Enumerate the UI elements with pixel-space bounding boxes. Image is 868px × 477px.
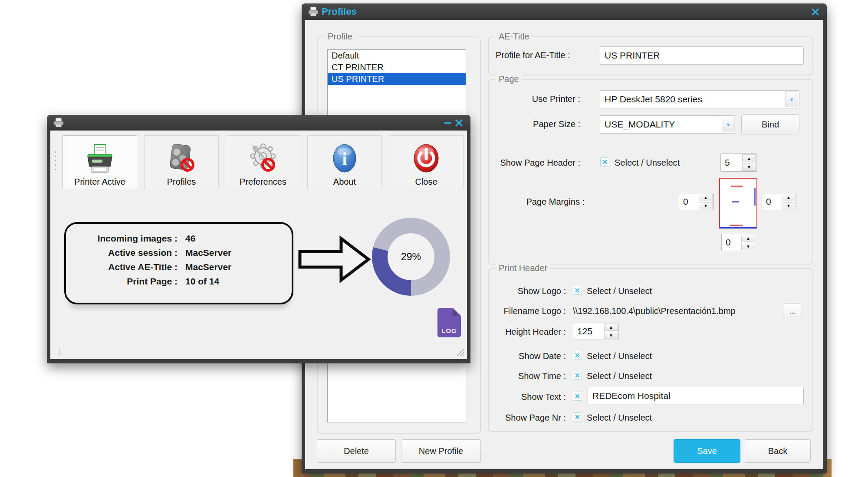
list-item[interactable]: Default: [328, 50, 466, 62]
app-printer-icon: [53, 118, 64, 128]
log-fold-corner: [453, 308, 461, 316]
show-date-checkbox-text: Select / Unselect: [587, 351, 652, 361]
browse-button[interactable]: ...: [783, 304, 802, 318]
show-time-checkbox-text: Select / Unselect: [587, 371, 652, 381]
toolbar-grip[interactable]: [55, 151, 56, 170]
statusbar-divider: [59, 348, 60, 356]
filename-logo-label: Filename Logo :: [489, 306, 566, 316]
utility-statusbar: [50, 345, 467, 359]
printer-utility-window: Printer Active: [47, 115, 470, 363]
spin-down-icon[interactable]: ▼: [742, 163, 756, 171]
info-icon: i: [327, 142, 362, 177]
status-value: MacServer: [185, 262, 292, 272]
delete-button[interactable]: Delete: [317, 439, 396, 463]
utility-content: Printer Active: [50, 131, 467, 359]
margin-left-spinner[interactable]: 0 ▲ ▼: [679, 193, 713, 210]
toolbar-label: Printer Active: [74, 177, 125, 187]
print-header-group: Print Header Show Logo : Select / Unsele…: [488, 268, 813, 432]
status-value: 10 of 14: [185, 276, 292, 287]
profile-for-ae-title-label: Profile for AE-Title :: [496, 50, 570, 60]
height-header-spinner[interactable]: 125 ▲ ▼: [573, 323, 619, 340]
spin-up-icon[interactable]: ▲: [782, 194, 796, 201]
spin-up-icon[interactable]: ▲: [604, 323, 618, 331]
status-label: Incoming images :: [66, 233, 178, 244]
show-logo-checkbox-text: Select / Unselect: [587, 286, 652, 296]
margin-right-spinner[interactable]: 0 ▲ ▼: [762, 193, 796, 210]
chevron-down-icon[interactable]: ▾: [785, 91, 798, 107]
spin-down-icon[interactable]: ▼: [699, 202, 713, 209]
toolbar-button-printer-active[interactable]: Printer Active: [62, 135, 137, 189]
spin-up-icon[interactable]: ▲: [742, 154, 756, 162]
show-page-nr-checkbox[interactable]: [573, 412, 582, 421]
show-page-header-checkbox[interactable]: [600, 157, 609, 167]
preferences-blocked-icon: [246, 142, 280, 177]
bind-button[interactable]: Bind: [741, 114, 799, 134]
toolbar-label: Preferences: [240, 177, 286, 187]
show-time-checkbox[interactable]: [573, 371, 582, 380]
show-time-label: Show Time :: [489, 371, 566, 381]
list-item-selected[interactable]: US PRINTER: [328, 73, 466, 85]
toolbar-button-preferences[interactable]: Preferences: [226, 135, 300, 189]
toolbar-button-close[interactable]: Close: [389, 135, 464, 189]
list-item[interactable]: CT PRINTER: [328, 62, 466, 73]
preview-top-marker: [731, 186, 743, 187]
utility-titlebar[interactable]: [47, 115, 470, 131]
ae-title-group-label: AE-Title: [496, 32, 532, 42]
status-panel: Incoming images : 46 Active session : Ma…: [64, 222, 293, 304]
spin-down-icon[interactable]: ▼: [741, 243, 755, 250]
resize-grip[interactable]: [455, 347, 465, 357]
printer-icon: [82, 142, 117, 177]
use-printer-label: Use Printer :: [489, 94, 580, 104]
show-text-input[interactable]: REDEcom Hospital: [588, 387, 804, 405]
minimize-icon[interactable]: [442, 118, 453, 128]
filename-logo-value: \\192.168.100.4\public\Presentación1.bmp: [573, 306, 736, 316]
status-value: MacServer: [185, 248, 292, 258]
page-group-label: Page: [496, 74, 522, 84]
paper-size-combo[interactable]: USE_MODALITY ▾: [600, 115, 736, 134]
status-value: 46: [185, 233, 292, 244]
new-profile-button[interactable]: New Profile: [401, 439, 481, 463]
height-header-label: Height Header :: [489, 327, 566, 337]
status-label: Print Page :: [66, 276, 178, 287]
spin-down-icon[interactable]: ▼: [604, 332, 618, 339]
toolbar-label: About: [333, 177, 356, 187]
show-logo-label: Show Logo :: [489, 286, 566, 296]
margin-bottom-spinner[interactable]: 0 ▲ ▼: [721, 234, 756, 251]
progress-donut: 29%: [372, 218, 450, 296]
use-printer-combo[interactable]: HP DeskJet 5820 series ▾: [600, 90, 799, 108]
page-margins-preview: [719, 178, 757, 229]
preview-center-marker: [732, 201, 739, 203]
toolbar-button-profiles[interactable]: Profiles: [144, 135, 219, 189]
close-icon[interactable]: [453, 118, 464, 128]
spin-up-icon[interactable]: ▲: [741, 235, 755, 242]
chevron-down-icon[interactable]: ▾: [722, 117, 735, 132]
spin-up-icon[interactable]: ▲: [699, 194, 713, 201]
show-date-checkbox[interactable]: [573, 351, 582, 360]
print-header-group-label: Print Header: [496, 263, 550, 273]
progress-percent-label: 29%: [388, 233, 434, 280]
save-button[interactable]: Save: [674, 439, 740, 463]
screen: Profiles Profile Default CT PRINTER US P…: [0, 0, 868, 477]
profiles-titlebar[interactable]: Profiles: [302, 3, 827, 20]
svg-text:i: i: [342, 149, 347, 169]
spin-down-icon[interactable]: ▼: [782, 202, 796, 209]
close-icon[interactable]: [809, 7, 821, 17]
show-date-label: Show Date :: [489, 351, 566, 361]
ae-title-group: AE-Title Profile for AE-Title : US PRINT…: [488, 36, 813, 75]
preview-bottom-marker: [730, 225, 743, 226]
arrow-right-icon: [298, 234, 372, 284]
status-label: Active AE-Title :: [66, 262, 178, 272]
page-margins-label: Page Margins :: [489, 197, 585, 207]
show-page-nr-label: Show Page Nr :: [489, 413, 566, 423]
paper-size-label: Paper Size :: [489, 119, 580, 129]
back-button[interactable]: Back: [745, 439, 811, 463]
profiles-blocked-icon: [164, 142, 199, 177]
header-rows-spinner[interactable]: 5 ▲ ▼: [720, 154, 757, 172]
show-logo-checkbox[interactable]: [573, 286, 582, 295]
toolbar-button-about[interactable]: i About: [307, 135, 382, 189]
show-page-nr-checkbox-text: Select / Unselect: [587, 413, 652, 423]
show-text-label: Show Text :: [489, 392, 566, 402]
ae-title-input[interactable]: US PRINTER: [600, 46, 804, 65]
show-text-checkbox[interactable]: [573, 392, 582, 401]
status-label: Active session :: [66, 248, 178, 258]
